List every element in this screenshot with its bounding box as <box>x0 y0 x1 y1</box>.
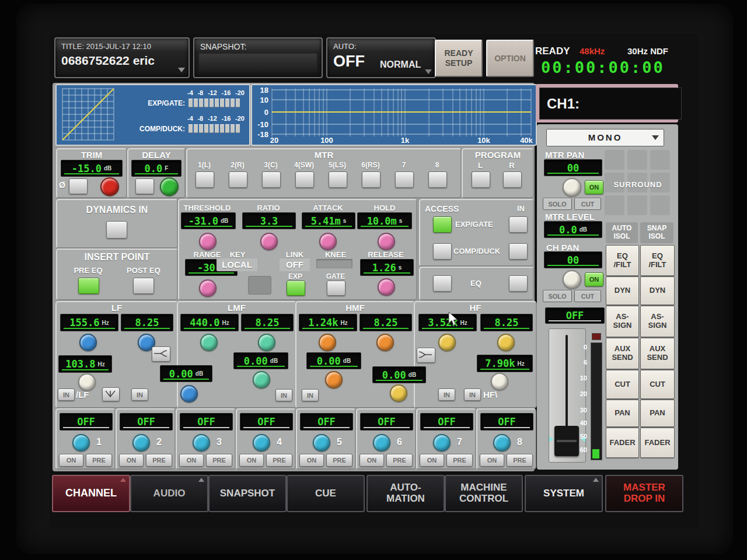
aux-8-pre-button[interactable]: PRE <box>507 454 533 467</box>
mtr-pan-solo-button[interactable]: SOLO <box>543 198 572 210</box>
auto-isol-pan-button[interactable]: PAN <box>606 400 639 427</box>
snapshot-box[interactable]: SNAPSHOT: <box>193 37 323 78</box>
trim-display[interactable]: -15.0dB <box>61 160 123 177</box>
mtr-2-button[interactable] <box>229 172 247 188</box>
mtr-pan-cut-button[interactable]: CUT <box>574 198 601 210</box>
phase-button[interactable] <box>69 178 88 194</box>
auto-isol-aux-send-button[interactable]: AUX SEND <box>606 338 639 369</box>
aux-3-pre-button[interactable]: PRE <box>206 454 232 467</box>
lf-shelf-button[interactable] <box>152 346 170 362</box>
aux-5-pre-button[interactable]: PRE <box>326 454 352 467</box>
aux-6-display[interactable]: OFF <box>360 413 413 430</box>
key-value[interactable]: LOCAL <box>217 258 257 271</box>
snap-isol-eq-filt-button[interactable]: EQ /FILT <box>640 245 675 276</box>
aux-2-knob[interactable] <box>132 434 150 452</box>
lmf-gain-display[interactable]: 0.00dB <box>233 352 288 369</box>
ch-pan-display[interactable]: 00 <box>544 251 602 268</box>
tab-machine-control[interactable]: MACHINE CONTROL <box>445 475 523 512</box>
snap-isol-fader-button[interactable]: FADER <box>640 428 675 458</box>
hf-gain-knob[interactable] <box>390 384 407 402</box>
title-box[interactable]: TITLE: 2015-JUL-17 12:10 0686752622 eric <box>54 37 190 78</box>
lmf-band-in-button[interactable]: IN <box>275 389 292 401</box>
aux-6-knob[interactable] <box>373 434 390 452</box>
option-button[interactable]: OPTION <box>486 40 534 77</box>
lmf-freq-display[interactable]: 440.0Hz <box>180 314 239 331</box>
aux-3-knob[interactable] <box>193 434 210 452</box>
snap-isol-cut-button[interactable]: CUT <box>640 370 675 399</box>
fader-level-display[interactable]: OFF <box>545 307 605 324</box>
lf-gain-display[interactable]: 0.00dB <box>160 365 212 382</box>
delay-display[interactable]: 0.0F <box>131 160 181 177</box>
access-exp-gate-in-button[interactable] <box>509 216 528 233</box>
lf-q-display[interactable]: 8.25 <box>121 314 173 331</box>
lf-gain-knob[interactable] <box>180 385 198 402</box>
access-eq-button[interactable] <box>433 275 452 292</box>
program-r-button[interactable] <box>503 172 522 188</box>
access-comp-duck-in-button[interactable] <box>509 243 528 260</box>
aux-2-pre-button[interactable]: PRE <box>146 454 172 467</box>
ratio-knob[interactable] <box>260 233 278 250</box>
aux-4-display[interactable]: OFF <box>240 413 293 430</box>
hmf-freq-display[interactable]: 1.24kHz <box>299 314 357 331</box>
auto-box[interactable]: AUTO: OFF NORMAL <box>326 37 436 78</box>
hmf-gain-knob[interactable] <box>325 371 343 388</box>
hmf-band-in-button[interactable]: IN <box>302 389 319 401</box>
aux-8-knob[interactable] <box>493 434 511 452</box>
hold-knob[interactable] <box>378 233 395 250</box>
lmf-q-display[interactable]: 8.25 <box>241 314 294 331</box>
hmf-q-knob[interactable] <box>376 334 394 351</box>
link-value[interactable]: OFF <box>280 258 310 271</box>
lf-notch-button[interactable] <box>102 387 120 401</box>
hf-q-display[interactable]: 8.25 <box>480 314 533 331</box>
program-l-button[interactable] <box>472 172 490 188</box>
lf-filter-freq-display[interactable]: 103.8Hz <box>58 355 112 373</box>
snap-isol-pan-button[interactable]: PAN <box>640 400 675 427</box>
hmf-freq-knob[interactable] <box>319 334 336 351</box>
hf-q-knob[interactable] <box>497 334 515 351</box>
aux-6-on-button[interactable]: ON <box>359 454 384 467</box>
release-knob[interactable] <box>378 278 395 296</box>
hmf-gain-display[interactable]: 0.00dB <box>306 352 361 369</box>
knee-strip[interactable] <box>316 259 352 268</box>
range-knob[interactable] <box>199 279 217 297</box>
aux-7-knob[interactable] <box>433 434 451 452</box>
threshold-display[interactable]: -31.0dB <box>181 212 236 229</box>
lf-band-in-button[interactable]: IN <box>131 388 148 401</box>
ch-pan-solo-button[interactable]: SOLO <box>543 290 572 302</box>
tab-audio[interactable]: AUDIO <box>130 475 208 512</box>
aux-4-on-button[interactable]: ON <box>239 454 264 467</box>
ratio-display[interactable]: 3.3 <box>242 212 296 229</box>
aux-2-display[interactable]: OFF <box>120 413 173 430</box>
aux-1-pre-button[interactable]: PRE <box>86 454 112 467</box>
attack-knob[interactable] <box>319 233 337 250</box>
hf-freq-knob[interactable] <box>438 334 456 351</box>
hf-band-in-button[interactable]: IN <box>438 388 455 401</box>
mtr-7-button[interactable] <box>395 172 414 188</box>
gate-button[interactable] <box>327 281 345 296</box>
hold-display[interactable]: 10.0ms <box>357 212 412 229</box>
aux-7-on-button[interactable]: ON <box>420 454 444 467</box>
mtr-pan-knob[interactable] <box>563 178 581 197</box>
mtr-6-button[interactable] <box>362 172 381 188</box>
aux-2-on-button[interactable]: ON <box>119 454 144 467</box>
lmf-q-knob[interactable] <box>258 334 275 351</box>
aux-7-display[interactable]: OFF <box>420 413 473 430</box>
aux-4-knob[interactable] <box>253 434 270 452</box>
hf-filter-in-button[interactable]: IN <box>464 388 481 401</box>
hmf-q-display[interactable]: 8.25 <box>359 314 412 331</box>
access-comp-duck-button[interactable] <box>433 243 452 260</box>
tab-system[interactable]: SYSTEM <box>525 475 603 512</box>
auto-isol-fader-button[interactable]: FADER <box>606 428 639 458</box>
aux-3-display[interactable]: OFF <box>180 413 233 430</box>
mtr-1-button[interactable] <box>196 172 214 188</box>
delay-knob[interactable] <box>160 177 179 196</box>
ch-pan-cut-button[interactable]: CUT <box>574 290 601 302</box>
lmf-freq-knob[interactable] <box>200 334 218 351</box>
mtr-level-display[interactable]: 0.0dB <box>544 221 602 238</box>
aux-1-display[interactable]: OFF <box>60 413 113 430</box>
snap-isol-assign-button[interactable]: AS- SIGN <box>640 306 675 337</box>
snap-isol-aux-send-button[interactable]: AUX SEND <box>640 338 675 369</box>
lf-freq-display[interactable]: 155.6Hz <box>60 314 118 331</box>
auto-isol-assign-button[interactable]: AS- SIGN <box>606 306 639 337</box>
exp-button[interactable] <box>287 281 305 296</box>
